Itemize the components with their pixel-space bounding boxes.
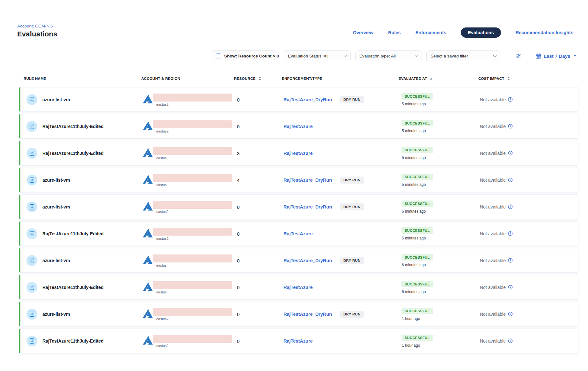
table-row[interactable]: azure-list-vm eastus 4 RajTestAzure_DryR… — [19, 168, 578, 192]
evaluated-at: 5 minutes ago — [402, 102, 426, 106]
tab-enforcements[interactable]: Enforcements — [415, 30, 446, 35]
redacted-account-name — [153, 281, 232, 289]
evaluations-page: Account: CCM-NG Evaluations Overview Rul… — [0, 0, 588, 371]
rule-name: azure-list-vm — [42, 97, 70, 102]
rule-code-icon — [29, 97, 35, 102]
enforcement-link[interactable]: RajTestAzure — [283, 338, 313, 344]
filter-settings-button[interactable] — [514, 52, 523, 60]
evaluation-type-select[interactable]: Evaluation type: All — [355, 50, 422, 61]
tab-recommendation-insights[interactable]: Recommendation Insights — [516, 30, 573, 35]
table-row[interactable]: RajTestAzure11thJuly-Edited eastus2 0 Ra… — [19, 329, 578, 353]
enforcement-link[interactable]: RajTestAzure — [283, 285, 313, 290]
status-badge: SUCCESSFUL — [401, 254, 433, 261]
chevron-down-icon — [493, 53, 496, 57]
chevron-down-icon — [343, 53, 347, 57]
table-header: RULE NAME ACCOUNT & REGION RESOURCE ENFO… — [0, 77, 588, 82]
evaluation-type-value: Evaluation type: All — [359, 54, 396, 58]
info-icon[interactable] — [508, 151, 513, 155]
region-label: eastus2 — [156, 317, 169, 321]
cost-impact-value: Not available — [480, 338, 506, 344]
table-row[interactable]: azure-list-vm eastus2 0 RajTestAzure_Dry… — [19, 194, 578, 219]
info-icon[interactable] — [508, 97, 513, 102]
status-badge: SUCCESSFUL — [401, 281, 433, 287]
enforcement-link[interactable]: RajTestAzure_DryRun — [283, 258, 332, 263]
col-resource[interactable]: RESOURCE — [234, 77, 261, 80]
status-badge: SUCCESSFUL — [401, 120, 433, 126]
status-badge: SUCCESSFUL — [401, 227, 433, 234]
status-badge: SUCCESSFUL — [401, 308, 433, 314]
rule-code-icon — [29, 284, 35, 290]
breadcrumb[interactable]: Account: CCM-NG — [17, 24, 53, 28]
region-label: eastus2 — [156, 344, 169, 348]
resource-count: 0 — [237, 311, 239, 317]
sort-icon[interactable] — [507, 77, 510, 80]
rule-name: azure-list-vm — [42, 258, 70, 263]
dry-run-badge: DRY RUN — [340, 257, 364, 264]
table-row[interactable]: RajTestAzure11thJuly-Edited eastus 0 Raj… — [19, 275, 578, 299]
enforcement-link[interactable]: RajTestAzure_DryRun — [283, 204, 332, 209]
enforcement-link[interactable]: RajTestAzure — [283, 124, 313, 129]
azure-logo-icon — [143, 202, 153, 211]
dry-run-badge: DRY RUN — [340, 96, 364, 103]
tab-overview[interactable]: Overview — [353, 30, 374, 35]
azure-logo-icon — [143, 309, 153, 318]
resource-count: 0 — [237, 97, 239, 102]
sort-asc-icon[interactable] — [430, 78, 432, 80]
table-row[interactable]: azure-list-vm eastus 0 RajTestAzure_DryR… — [19, 248, 578, 273]
tab-evaluations-active[interactable]: Evaluations — [461, 27, 501, 38]
redacted-account-name — [153, 201, 232, 209]
info-icon[interactable] — [508, 124, 513, 129]
col-enforcement-type: ENFORCEMENT/TYPE — [282, 77, 322, 80]
redacted-account-name — [153, 174, 232, 182]
table-row[interactable]: RajTestAzure11thJuly-Edited eastus2 0 Ra… — [19, 221, 578, 246]
status-badge: SUCCESSFUL — [401, 201, 433, 207]
cost-impact-value: Not available — [480, 285, 506, 290]
col-cost-impact[interactable]: COST IMPACT — [478, 77, 510, 80]
region-label: eastus — [156, 183, 166, 187]
sort-icon[interactable] — [259, 77, 261, 80]
enforcement-link[interactable]: RajTestAzure — [283, 231, 313, 236]
enforcement-link[interactable]: RajTestAzure — [283, 151, 313, 156]
evaluation-status-select[interactable]: Evaluation Status: All — [284, 50, 351, 61]
info-icon[interactable] — [508, 258, 513, 263]
rule-avatar — [26, 336, 37, 346]
resource-count-label: Show: Resource Count > 0 — [224, 54, 279, 58]
rule-name: RajTestAzure11thJuly-Edited — [42, 151, 104, 156]
info-icon[interactable] — [508, 178, 513, 182]
info-icon[interactable] — [508, 312, 513, 316]
rule-avatar — [26, 282, 37, 293]
table-row[interactable]: RajTestAzure11thJuly-Edited eastus2 0 Ra… — [19, 114, 578, 139]
tab-rules[interactable]: Rules — [388, 30, 401, 35]
rule-name: azure-list-vm — [42, 204, 70, 209]
azure-logo-icon — [143, 256, 153, 264]
dry-run-badge: DRY RUN — [340, 311, 364, 318]
date-range-picker[interactable]: Last 7 Days ▼ — [536, 53, 576, 59]
info-icon[interactable] — [508, 204, 513, 209]
table-row[interactable]: RajTestAzure11thJuly-Edited eastus 3 Raj… — [19, 141, 578, 165]
evaluated-at: 6 minutes ago — [402, 209, 426, 214]
region-label: eastus2 — [156, 210, 169, 214]
table-row[interactable]: azure-list-vm eastus2 0 RajTestAzure_Dry… — [19, 302, 578, 326]
azure-logo-icon — [143, 283, 153, 291]
resource-count-checkbox[interactable] — [216, 53, 221, 58]
enforcement-link[interactable]: RajTestAzure_DryRun — [283, 178, 332, 183]
cost-impact-value: Not available — [480, 97, 506, 102]
col-evaluated-at[interactable]: EVALUATED AT — [399, 77, 432, 80]
evaluated-at: 5 minutes ago — [402, 129, 426, 133]
rule-code-icon — [29, 231, 35, 237]
enforcement-link[interactable]: RajTestAzure_DryRun — [283, 97, 332, 102]
info-icon[interactable] — [508, 285, 513, 290]
azure-logo-icon — [143, 336, 153, 345]
resource-count: 0 — [237, 284, 239, 290]
info-icon[interactable] — [508, 231, 513, 236]
saved-filter-value: Select a saved filter — [430, 54, 468, 58]
enforcement-link[interactable]: RajTestAzure_DryRun — [283, 312, 332, 317]
resource-count-filter[interactable]: Show: Resource Count > 0 — [212, 50, 277, 61]
dry-run-badge: DRY RUN — [340, 203, 364, 210]
table-row[interactable]: azure-list-vm eastus2 0 RajTestAzure_Dry… — [19, 87, 578, 112]
info-icon[interactable] — [508, 338, 513, 343]
rule-code-icon — [29, 311, 35, 317]
region-label: eastus2 — [156, 237, 169, 240]
region-label: eastus — [156, 156, 166, 160]
saved-filter-select[interactable]: Select a saved filter — [426, 50, 500, 61]
